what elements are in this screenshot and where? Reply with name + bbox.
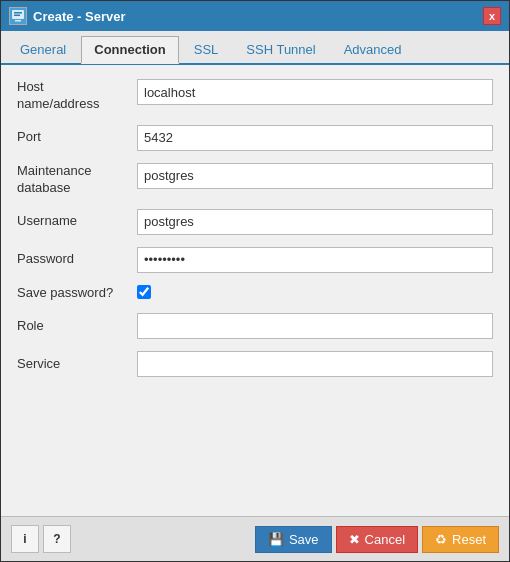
role-label: Role: [17, 318, 137, 335]
tab-connection[interactable]: Connection: [81, 36, 179, 64]
reset-label: Reset: [452, 532, 486, 547]
host-input[interactable]: [137, 79, 493, 105]
service-input[interactable]: [137, 351, 493, 377]
port-label: Port: [17, 129, 137, 146]
service-label: Service: [17, 356, 137, 373]
reset-button[interactable]: ♻ Reset: [422, 526, 499, 553]
save-button[interactable]: 💾 Save: [255, 526, 332, 553]
svg-rect-2: [14, 15, 20, 17]
cancel-button[interactable]: ✖ Cancel: [336, 526, 418, 553]
maintenance-db-row: Maintenance database: [17, 163, 493, 197]
main-window: Create - Server x General Connection SSL…: [0, 0, 510, 562]
tab-ssl[interactable]: SSL: [181, 36, 232, 64]
title-bar-left: Create - Server: [9, 7, 126, 25]
footer-left: i ?: [11, 525, 71, 553]
svg-rect-1: [14, 12, 22, 14]
role-row: Role: [17, 313, 493, 339]
tab-ssh-tunnel[interactable]: SSH Tunnel: [233, 36, 328, 64]
save-icon: 💾: [268, 532, 284, 547]
save-password-checkbox[interactable]: [137, 285, 151, 299]
role-input[interactable]: [137, 313, 493, 339]
maintenance-db-input[interactable]: [137, 163, 493, 189]
cancel-icon: ✖: [349, 532, 360, 547]
close-button[interactable]: x: [483, 7, 501, 25]
title-bar: Create - Server x: [1, 1, 509, 31]
save-password-row: Save password?: [17, 285, 493, 302]
host-row: Host name/address: [17, 79, 493, 113]
username-row: Username: [17, 209, 493, 235]
save-password-label: Save password?: [17, 285, 137, 302]
username-label: Username: [17, 213, 137, 230]
tab-general[interactable]: General: [7, 36, 79, 64]
footer: i ? 💾 Save ✖ Cancel ♻ Reset: [1, 516, 509, 561]
svg-rect-3: [15, 20, 21, 22]
tab-advanced[interactable]: Advanced: [331, 36, 415, 64]
host-label: Host name/address: [17, 79, 137, 113]
port-input[interactable]: [137, 125, 493, 151]
form-content: Host name/address Port Maintenance datab…: [1, 65, 509, 516]
info-button[interactable]: i: [11, 525, 39, 553]
window-title: Create - Server: [33, 9, 126, 24]
help-button[interactable]: ?: [43, 525, 71, 553]
password-row: Password: [17, 247, 493, 273]
tab-bar: General Connection SSL SSH Tunnel Advanc…: [1, 31, 509, 65]
port-row: Port: [17, 125, 493, 151]
window-icon: [9, 7, 27, 25]
save-label: Save: [289, 532, 319, 547]
username-input[interactable]: [137, 209, 493, 235]
cancel-label: Cancel: [365, 532, 405, 547]
service-row: Service: [17, 351, 493, 377]
maintenance-db-label: Maintenance database: [17, 163, 137, 197]
footer-right: 💾 Save ✖ Cancel ♻ Reset: [255, 526, 499, 553]
password-input[interactable]: [137, 247, 493, 273]
save-password-checkbox-wrapper: [137, 285, 151, 299]
reset-icon: ♻: [435, 532, 447, 547]
password-label: Password: [17, 251, 137, 268]
